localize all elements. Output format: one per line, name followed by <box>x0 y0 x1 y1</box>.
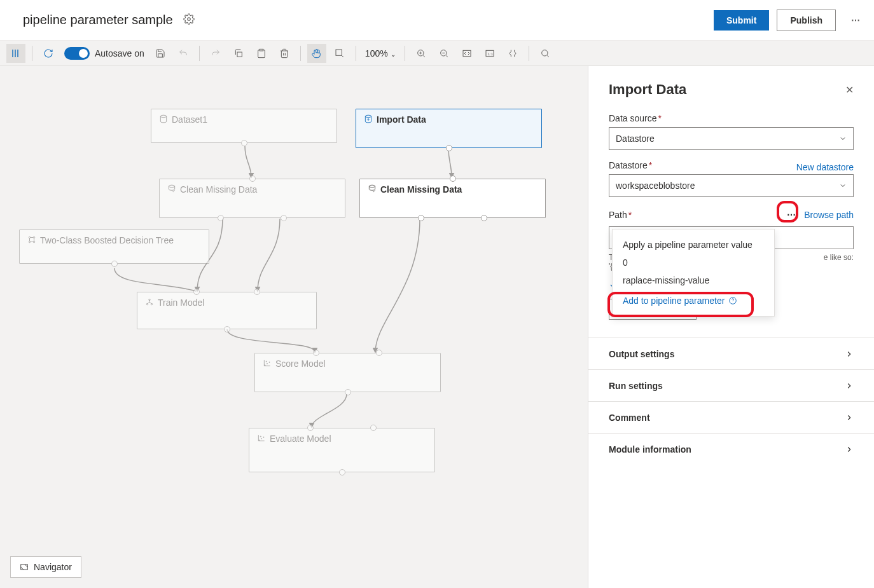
select-icon[interactable] <box>330 44 349 63</box>
node-import-data[interactable]: Import Data <box>356 109 542 148</box>
svg-point-9 <box>541 50 547 55</box>
svg-point-10 <box>160 115 166 118</box>
section-module-info[interactable]: Module information <box>588 433 874 465</box>
navigator-button[interactable]: Navigator <box>10 556 81 578</box>
data-source-select[interactable]: Datastore <box>609 127 854 150</box>
path-label: Path* <box>609 210 779 220</box>
svg-point-16 <box>29 241 30 242</box>
svg-point-22 <box>267 364 267 364</box>
paste-icon[interactable] <box>252 44 271 63</box>
data-source-label: Data source* <box>609 113 854 123</box>
copy-icon[interactable] <box>229 44 248 63</box>
svg-text:1:1: 1:1 <box>487 51 493 55</box>
svg-point-27 <box>263 437 264 437</box>
node-two-class-bdt[interactable]: Two-Class Boosted Decision Tree <box>19 229 209 264</box>
svg-rect-1 <box>237 52 242 57</box>
svg-point-12 <box>169 185 174 188</box>
node-dataset1[interactable]: Dataset1 <box>151 109 337 143</box>
fit-icon[interactable] <box>457 44 476 63</box>
auto-layout-icon[interactable] <box>503 44 522 63</box>
undo-icon[interactable] <box>174 44 193 63</box>
delete-icon[interactable] <box>275 44 294 63</box>
menu-item-replace[interactable]: raplace-missing-value <box>613 271 774 289</box>
section-output-settings[interactable]: Output settings <box>588 338 874 369</box>
zoom-in-icon[interactable] <box>412 44 431 63</box>
svg-point-23 <box>266 361 267 362</box>
save-icon[interactable] <box>151 44 170 63</box>
autosave-toggle[interactable] <box>64 47 90 60</box>
svg-point-28 <box>260 436 261 437</box>
toolbar: Autosave on 100% ⌄ 1:1 <box>0 41 874 66</box>
svg-point-15 <box>33 236 34 238</box>
redo-icon[interactable] <box>206 44 225 63</box>
svg-rect-2 <box>260 49 263 51</box>
svg-rect-29 <box>21 564 28 570</box>
svg-point-17 <box>33 241 34 242</box>
pipeline-parameter-menu: Apply a pipeline parameter value 0 rapla… <box>612 229 775 317</box>
pipeline-canvas[interactable]: Dataset1 Import Data Clean Missing Data … <box>0 66 588 588</box>
actual-size-icon[interactable]: 1:1 <box>480 44 499 63</box>
section-comment[interactable]: Comment <box>588 401 874 433</box>
node-clean-missing-a[interactable]: Clean Missing Data <box>159 179 345 218</box>
svg-point-14 <box>29 236 30 238</box>
browse-path-link[interactable]: Browse path <box>804 210 854 220</box>
zoom-level[interactable]: 100% ⌄ <box>365 48 396 58</box>
left-panel-toggle-icon[interactable] <box>6 44 25 63</box>
node-train-model[interactable]: Train Model <box>137 292 317 329</box>
publish-button[interactable]: Publish <box>777 10 836 31</box>
menu-add-pipeline-parameter[interactable]: Add to pipeline parameter <box>613 292 774 310</box>
new-datastore-link[interactable]: New datastore <box>796 162 854 172</box>
svg-point-21 <box>265 365 265 366</box>
menu-item-0[interactable]: 0 <box>613 254 774 271</box>
search-icon[interactable] <box>536 44 555 63</box>
svg-rect-3 <box>336 50 342 55</box>
more-icon[interactable]: ⋯ <box>851 15 861 25</box>
menu-header: Apply a pipeline parameter value <box>613 236 774 254</box>
zoom-out-icon[interactable] <box>434 44 454 63</box>
submit-button[interactable]: Submit <box>714 10 769 31</box>
close-icon[interactable]: ✕ <box>845 84 854 96</box>
datastore-select[interactable]: workspaceblobstore <box>609 174 854 197</box>
svg-point-13 <box>369 185 375 188</box>
svg-point-25 <box>259 440 260 441</box>
node-evaluate-model[interactable]: Evaluate Model <box>249 428 435 472</box>
refresh-icon[interactable] <box>39 44 58 63</box>
pan-icon[interactable] <box>307 44 326 63</box>
svg-point-26 <box>261 439 261 439</box>
section-run-settings[interactable]: Run settings <box>588 369 874 401</box>
datastore-label: Datastore* <box>609 160 652 170</box>
svg-point-0 <box>187 18 190 21</box>
pipeline-title: pipeline parameter sample <box>23 13 173 27</box>
node-clean-missing-b[interactable]: Clean Missing Data <box>359 179 546 218</box>
svg-point-11 <box>365 115 371 118</box>
svg-point-18 <box>149 299 150 300</box>
properties-panel: Import Data ✕ Data source* Datastore Dat… <box>588 66 874 588</box>
autosave-label: Autosave on <box>95 48 144 58</box>
path-more-icon[interactable]: ⋯ <box>784 207 799 222</box>
panel-title: Import Data <box>609 81 686 98</box>
gear-icon[interactable] <box>183 13 195 27</box>
node-score-model[interactable]: Score Model <box>254 353 441 392</box>
svg-point-24 <box>269 362 270 362</box>
